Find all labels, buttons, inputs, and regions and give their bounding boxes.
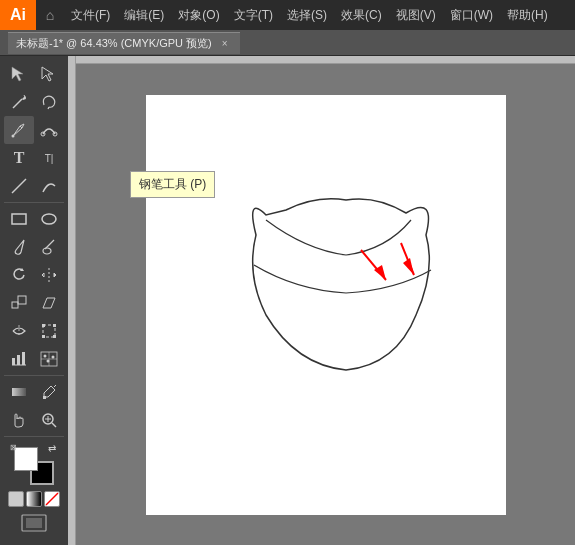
gradient-tool[interactable] xyxy=(4,378,34,406)
svg-point-14 xyxy=(43,248,51,254)
svg-marker-17 xyxy=(42,273,44,277)
warp-tool[interactable] xyxy=(4,317,34,345)
svg-marker-18 xyxy=(54,273,56,277)
paintbrush-tool[interactable] xyxy=(4,233,34,261)
svg-marker-1 xyxy=(42,67,53,81)
column-graph-tool[interactable] xyxy=(4,345,34,373)
touch-type-tool[interactable]: T| xyxy=(34,144,64,172)
stroke-fill-swatch[interactable]: ⊠ ⇄ xyxy=(14,447,54,485)
scale-tool[interactable] xyxy=(4,289,34,317)
color-swatch-area: ⊠ ⇄ xyxy=(14,443,54,489)
lasso-tool[interactable] xyxy=(34,88,64,116)
ellipse-tool[interactable] xyxy=(34,205,64,233)
document-tab[interactable]: 未标题-1* @ 64.43% (CMYK/GPU 预览) × xyxy=(8,32,240,54)
svg-rect-39 xyxy=(43,396,46,399)
svg-rect-28 xyxy=(17,355,20,365)
menu-file[interactable]: 文件(F) xyxy=(64,0,117,30)
svg-rect-23 xyxy=(42,324,45,327)
zoom-tool[interactable] xyxy=(34,406,64,434)
svg-point-34 xyxy=(44,355,47,358)
line-tools-row xyxy=(0,172,68,200)
tab-bar: 未标题-1* @ 64.43% (CMYK/GPU 预览) × xyxy=(0,30,575,56)
svg-line-41 xyxy=(52,423,56,427)
type-tool[interactable]: T xyxy=(4,144,34,172)
default-colors-icon[interactable]: ⊠ xyxy=(10,443,22,455)
svg-line-6 xyxy=(48,107,49,109)
menu-bar: Ai ⌂ 文件(F) 编辑(E) 对象(O) 文字(T) 选择(S) 效果(C)… xyxy=(0,0,575,30)
gradient-swatch[interactable] xyxy=(26,491,42,507)
tab-close-button[interactable]: × xyxy=(218,36,232,50)
selection-tools-row xyxy=(0,60,68,88)
menu-effect[interactable]: 效果(C) xyxy=(334,0,389,30)
svg-line-44 xyxy=(46,493,58,505)
svg-line-2 xyxy=(13,99,22,108)
svg-line-4 xyxy=(24,95,25,97)
svg-point-35 xyxy=(47,360,50,363)
gradient-tools-row xyxy=(0,378,68,406)
menu-object[interactable]: 对象(O) xyxy=(171,0,226,30)
hand-tool[interactable] xyxy=(4,406,34,434)
svg-marker-0 xyxy=(12,67,23,81)
free-transform-tool[interactable] xyxy=(34,317,64,345)
reflect-tool[interactable] xyxy=(34,261,64,289)
arc-tool[interactable] xyxy=(34,172,64,200)
color-mode-button[interactable] xyxy=(8,491,24,507)
eyedropper-tool[interactable] xyxy=(34,378,64,406)
menu-help[interactable]: 帮助(H) xyxy=(500,0,555,30)
svg-rect-37 xyxy=(12,388,26,396)
rectangle-tool[interactable] xyxy=(4,205,34,233)
svg-point-13 xyxy=(42,214,56,224)
transform-tools-row xyxy=(0,261,68,289)
nav-tools-row xyxy=(0,406,68,434)
document-canvas[interactable] xyxy=(146,95,506,515)
svg-line-38 xyxy=(54,385,56,387)
svg-rect-12 xyxy=(12,214,26,224)
rotate-tool[interactable] xyxy=(4,261,34,289)
menu-window[interactable]: 窗口(W) xyxy=(443,0,500,30)
shape-tools-row xyxy=(0,205,68,233)
svg-rect-29 xyxy=(22,352,25,365)
graph-tools-row xyxy=(0,345,68,373)
menu-edit[interactable]: 编辑(E) xyxy=(117,0,171,30)
scale-tools-row xyxy=(0,289,68,317)
toolbar: T T| xyxy=(0,56,68,545)
home-icon[interactable]: ⌂ xyxy=(36,0,64,30)
ruler-top xyxy=(68,56,575,64)
red-arrow-2 xyxy=(401,243,414,275)
svg-line-7 xyxy=(20,126,22,128)
pen-tools-row xyxy=(0,116,68,144)
svg-rect-25 xyxy=(42,335,45,338)
app-logo: Ai xyxy=(0,0,36,30)
direct-selection-tool[interactable] xyxy=(34,60,64,88)
shear-tool[interactable] xyxy=(34,289,64,317)
main-layout: T T| xyxy=(0,56,575,545)
svg-rect-46 xyxy=(26,518,42,528)
tab-title: 未标题-1* @ 64.43% (CMYK/GPU 预览) xyxy=(16,36,212,51)
line-segment-tool[interactable] xyxy=(4,172,34,200)
red-arrow-1 xyxy=(361,250,386,280)
scatter-graph-tool[interactable] xyxy=(34,345,64,373)
menu-view[interactable]: 视图(V) xyxy=(389,0,443,30)
svg-rect-20 xyxy=(18,296,26,304)
svg-rect-24 xyxy=(53,324,56,327)
curvature-tool[interactable] xyxy=(34,116,64,144)
none-swatch[interactable] xyxy=(44,491,60,507)
magic-wand-tool[interactable] xyxy=(4,88,34,116)
screen-mode-button[interactable] xyxy=(19,511,49,537)
menu-select[interactable]: 选择(S) xyxy=(280,0,334,30)
canvas-area[interactable]: 钢笔工具 (P) xyxy=(68,56,575,545)
svg-rect-26 xyxy=(53,335,56,338)
type-tools-row: T T| xyxy=(0,144,68,172)
svg-point-8 xyxy=(12,135,15,138)
ruler-left xyxy=(68,56,76,545)
menu-text[interactable]: 文字(T) xyxy=(227,0,280,30)
swap-colors-icon[interactable]: ⇄ xyxy=(48,443,56,454)
pen-tool[interactable] xyxy=(4,116,34,144)
svg-rect-19 xyxy=(12,302,18,308)
bottom-tools: ⊠ ⇄ xyxy=(8,439,60,541)
svg-point-36 xyxy=(52,356,55,359)
selection-tool[interactable] xyxy=(4,60,34,88)
color-mode-row xyxy=(8,491,60,507)
blob-brush-tool[interactable] xyxy=(34,233,64,261)
svg-line-11 xyxy=(12,179,26,193)
